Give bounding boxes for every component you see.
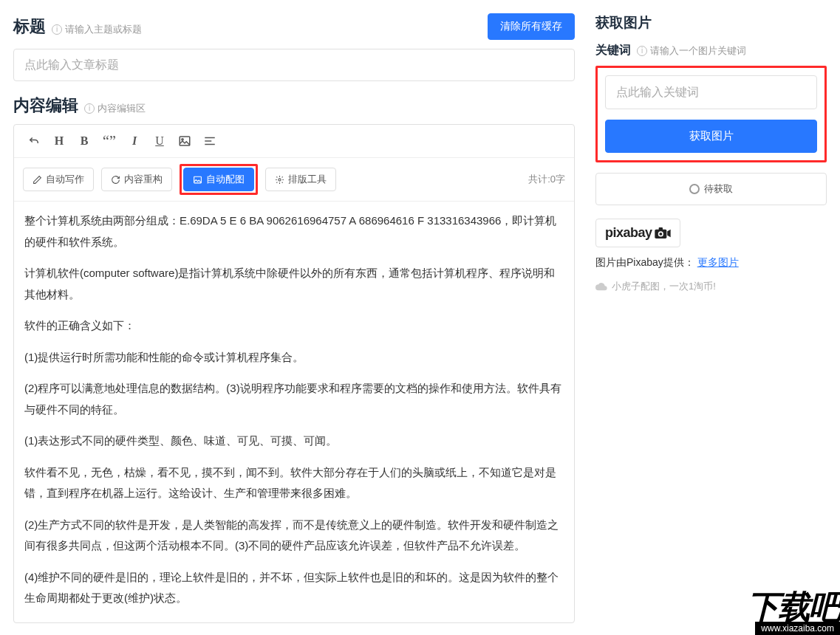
title-hint: i 请输入主题或标题: [52, 23, 142, 36]
bold-icon[interactable]: B: [73, 131, 95, 151]
image-small-icon: [193, 175, 202, 185]
keyword-input-highlight: 获取图片: [595, 66, 827, 162]
cloud-icon: [595, 282, 607, 291]
layout-icon: [275, 175, 284, 185]
italic-icon[interactable]: I: [123, 131, 146, 151]
editor-paragraph: (1)提供运行时所需功能和性能的命令或计算机程序集合。: [24, 347, 564, 368]
editor-paragraph: (2)程序可以满意地处理信息的数据结构。(3)说明程序功能要求和程序需要的文档的…: [24, 378, 564, 420]
main-column: 标题 i 请输入主题或标题 清除所有缓存 内容编辑 i 内容编辑区: [0, 0, 585, 635]
camera-icon: [655, 227, 671, 239]
word-count: 共计:0字: [528, 173, 565, 186]
editor-paragraph: 计算机软件(computer software)是指计算机系统中除硬件以外的所有…: [24, 263, 564, 305]
content-hint: i 内容编辑区: [84, 102, 146, 115]
layout-tool-button[interactable]: 排版工具: [265, 168, 336, 191]
undo-icon[interactable]: [23, 131, 45, 151]
image-panel-heading: 获取图片: [595, 13, 827, 32]
heading-icon[interactable]: H: [48, 131, 70, 151]
svg-point-1: [182, 139, 183, 140]
content-heading: 内容编辑: [13, 95, 78, 117]
title-section-header: 标题 i 请输入主题或标题 清除所有缓存: [13, 13, 575, 40]
keyword-hint: i 请输入一个图片关键词: [637, 44, 746, 58]
editor-paragraph: (1)表达形式不同的硬件类型、颜色、味道、可见、可摸、可闻。: [24, 430, 564, 452]
editor-paragraph: 软件的正确含义如下：: [24, 315, 564, 337]
info-icon: i: [637, 46, 647, 56]
svg-rect-10: [658, 227, 662, 230]
svg-point-6: [279, 178, 281, 180]
pencil-icon: [33, 175, 42, 185]
quote-icon[interactable]: “”: [98, 131, 120, 151]
title-heading: 标题: [13, 16, 46, 38]
side-column: 获取图片 关键词 i 请输入一个图片关键词 获取图片 待获取 pixabay: [585, 0, 840, 635]
editor-paragraph: (2)生产方式不同的软件是开发，是人类智能的高发挥，而不是传统意义上的硬件制造。…: [24, 515, 564, 557]
editor-box: H B “” I U 自动写作: [13, 124, 575, 623]
align-icon[interactable]: [199, 131, 221, 151]
circle-icon: [689, 184, 700, 194]
article-title-input[interactable]: [13, 49, 575, 81]
format-toolbar: H B “” I U: [14, 125, 574, 158]
footer-hint: 小虎子配图，一次1淘币!: [595, 280, 827, 293]
keyword-label: 关键词: [595, 43, 631, 58]
editor-paragraph: 软件看不见，无色，枯燥，看不见，摸不到，闻不到。软件大部分存在于人们的头脑或纸上…: [24, 462, 564, 504]
auto-write-button[interactable]: 自动写作: [23, 168, 94, 191]
info-icon: i: [52, 24, 62, 35]
svg-point-9: [659, 232, 662, 235]
auto-image-highlight: 自动配图: [180, 164, 258, 195]
image-icon[interactable]: [174, 131, 196, 151]
editor-body[interactable]: 整个计算机系统由两部分组成：E.69DA 5 E 6 BA 9062616964…: [14, 202, 574, 622]
pending-button[interactable]: 待获取: [595, 173, 827, 205]
content-restruct-button[interactable]: 内容重构: [101, 168, 172, 191]
auto-image-button[interactable]: 自动配图: [183, 168, 254, 191]
pixabay-logo: pixabay: [595, 219, 680, 247]
underline-icon[interactable]: U: [148, 131, 171, 151]
editor-paragraph: 整个计算机系统由两部分组成：E.69DA 5 E 6 BA 9062616964…: [24, 210, 564, 253]
provider-line: 图片由Pixabay提供： 更多图片: [595, 256, 827, 270]
keyword-input[interactable]: [605, 75, 817, 109]
more-images-link[interactable]: 更多图片: [697, 256, 739, 268]
refresh-icon: [111, 175, 120, 185]
clear-cache-button[interactable]: 清除所有缓存: [488, 13, 575, 40]
fetch-image-button[interactable]: 获取图片: [605, 120, 817, 153]
info-icon: i: [84, 103, 95, 114]
action-toolbar: 自动写作 内容重构 自动配图: [14, 158, 574, 202]
editor-paragraph: (4)维护不同的硬件是旧的，理论上软件是旧的，并不坏，但实际上软件也是旧的和坏的…: [24, 567, 564, 609]
